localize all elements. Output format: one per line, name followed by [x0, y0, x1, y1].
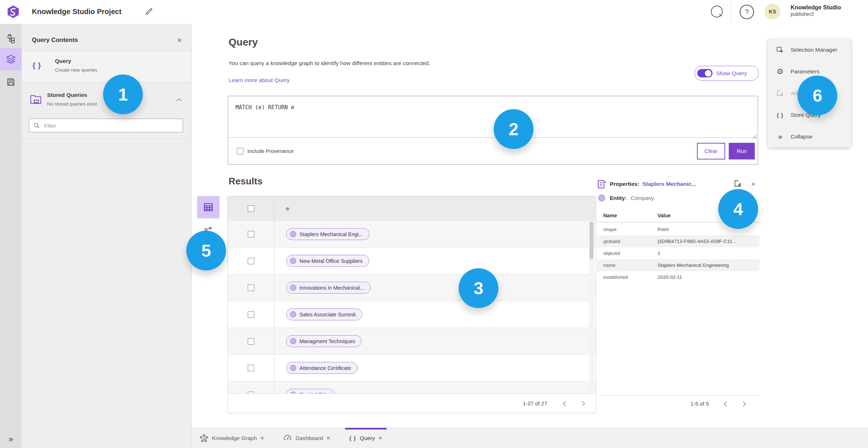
properties-rows: shape Point globalid {5D9B4713-F98D-4A53… [597, 223, 760, 283]
data-model-button[interactable] [0, 27, 22, 50]
tab-knowledge-graph[interactable]: Knowledge Graph × [198, 428, 265, 448]
gear-icon: ⚙ [776, 67, 784, 76]
entity-swatch-icon [290, 258, 296, 264]
filter-field[interactable] [29, 119, 183, 132]
results-scrollbar[interactable] [589, 222, 594, 393]
braces-icon: { } [33, 61, 41, 70]
query-item-subtitle: Create new queries [55, 67, 97, 73]
table-row: Attendance Certificate [228, 355, 596, 381]
folder-icon [30, 94, 42, 106]
toggle-switch-on[interactable] [697, 69, 712, 77]
tab-label: Query [360, 435, 375, 441]
query-description: You can query a knowledge graph to ident… [229, 60, 430, 67]
square-plus-icon [776, 89, 784, 97]
entity-swatch-icon [290, 311, 296, 317]
results-page-range: 1-27 of 27 [523, 400, 547, 406]
entity-pill[interactable]: Managment Techniques [286, 335, 362, 347]
run-button[interactable]: Run [729, 143, 755, 159]
query-editor: MATCH (e) RETURN e Include Provenance Cl… [228, 96, 758, 165]
learn-more-link[interactable]: Learn more about Query [229, 77, 290, 84]
close-tab-icon[interactable]: × [327, 435, 330, 441]
tab-query-active[interactable]: { } Query × [348, 428, 384, 448]
square-plus-icon [733, 179, 742, 188]
close-tab-icon[interactable]: × [379, 435, 382, 441]
add-to-selection-button[interactable] [733, 179, 742, 189]
table-icon [203, 202, 213, 212]
avatar-initials: KS [769, 9, 776, 14]
search-button[interactable] [710, 5, 724, 19]
property-row: globalid {5D9B4713-F98D-4A53-A59F-C11... [597, 235, 760, 247]
filter-input[interactable] [43, 122, 164, 129]
clear-button[interactable]: Clear [697, 143, 725, 159]
toggle-knob [705, 70, 711, 77]
row-checkbox[interactable] [248, 231, 254, 238]
tab-dashboard[interactable]: Dashboard × [282, 428, 332, 448]
close-tab-icon[interactable]: × [260, 435, 264, 441]
braces-icon: { } [776, 112, 784, 118]
row-checkbox[interactable] [248, 365, 254, 371]
menu-item-label: Collapse [791, 133, 812, 140]
row-checkbox[interactable] [248, 258, 254, 264]
menu-item-selection-manager[interactable]: Selection Manager [768, 39, 851, 61]
entity-pill-label: Managment Techniques [299, 338, 355, 344]
menu-item-collapse[interactable]: » Collapse [768, 126, 851, 148]
table-view-button-active[interactable] [197, 196, 220, 218]
editor-footer: Include Provenance Clear Run [228, 137, 758, 164]
next-page-button[interactable] [574, 402, 591, 405]
annotation-circle-3: 3 [459, 268, 498, 308]
prev-page-button[interactable] [557, 402, 574, 405]
selected-entity-link[interactable]: Staplers Mechanic... [642, 181, 696, 187]
layers-button-active[interactable] [0, 48, 22, 71]
row-checkbox[interactable] [248, 285, 254, 291]
entity-pill[interactable]: New Metal Office Suppliers [286, 255, 369, 267]
close-panel-button[interactable]: × [177, 36, 182, 44]
row-checkbox[interactable] [248, 338, 254, 345]
property-row: objectid 1 [597, 247, 760, 259]
query-textarea[interactable]: MATCH (e) RETURN e [228, 96, 758, 119]
row-checkbox[interactable] [248, 311, 254, 318]
search-icon [710, 5, 724, 19]
annotation-circle-2: 2 [494, 109, 533, 149]
entity-pill[interactable]: Innovations in Mechanical... [286, 282, 371, 294]
properties-next-button[interactable] [735, 402, 752, 406]
chevron-left-icon [724, 401, 729, 406]
save-icon [6, 77, 16, 87]
help-button[interactable]: ? [740, 5, 754, 19]
entity-pill-label: Attendance Certificate [299, 365, 351, 371]
table-row: Innovations in Mechanical... [228, 274, 596, 301]
sidebar-item-query[interactable]: { } Query Create new queries [22, 51, 191, 82]
entity-pill[interactable]: Staplers Mechanical Engi... [286, 228, 370, 240]
results-table-body: Staplers Mechanical Engi... New Metal Of… [228, 221, 596, 394]
properties-prev-button[interactable] [718, 402, 735, 406]
properties-icon [597, 180, 606, 191]
entity-type: Company [631, 195, 654, 201]
table-row: Managment Techniques [228, 328, 596, 355]
dashboard-icon [283, 434, 292, 443]
entity-swatch-icon [290, 231, 296, 237]
scrollbar-thumb[interactable] [590, 222, 593, 259]
property-row: name Staplers Mechanical Engineering [597, 259, 760, 271]
avatar[interactable]: KS [765, 4, 780, 20]
entity-type-swatch-icon [598, 195, 605, 201]
annotation-circle-4: 4 [718, 189, 758, 229]
menu-item-label: Selection Manager [791, 47, 837, 53]
expand-rail-button[interactable]: » [0, 428, 22, 448]
property-value: {5D9B4713-F98D-4A53-A59F-C11... [658, 239, 755, 244]
collapse-section-chevron-icon[interactable] [176, 98, 182, 103]
entity-pill-label: Staplers Mechanical Engi... [299, 231, 363, 237]
show-query-label: Show Query [716, 70, 747, 77]
save-button[interactable] [0, 71, 22, 93]
bottom-tab-bar: Knowledge Graph × Dashboard × { } Query … [192, 428, 868, 448]
edit-title-button[interactable] [145, 8, 153, 17]
results-table: e Staplers Mechanical Engi... New Metal … [227, 196, 596, 413]
show-query-toggle[interactable]: Show Query [694, 66, 759, 81]
include-provenance-checkbox[interactable] [237, 148, 243, 154]
property-row: established 2020-02-11 [597, 271, 760, 283]
close-properties-button[interactable]: × [751, 180, 756, 188]
project-title: Knowledge Studio Project [32, 8, 122, 16]
page-title: Query [229, 37, 258, 48]
entity-pill[interactable]: Sales Associate Summit [286, 308, 362, 320]
layers-icon [6, 54, 16, 64]
select-all-checkbox[interactable] [248, 205, 254, 212]
entity-pill[interactable]: Attendance Certificate [286, 362, 358, 374]
